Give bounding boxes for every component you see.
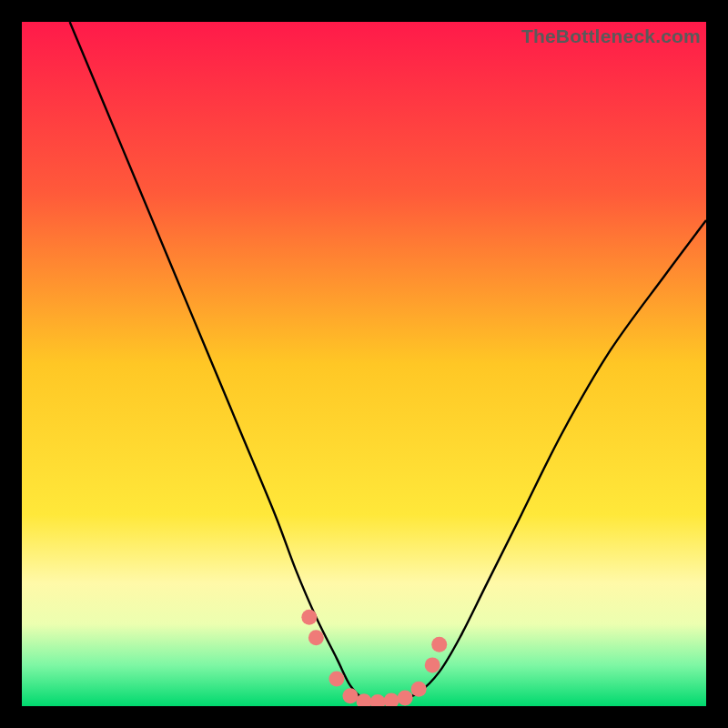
chart-background <box>22 22 706 706</box>
chart-marker <box>301 610 317 625</box>
chart-marker <box>398 690 413 705</box>
chart-marker <box>431 637 447 652</box>
chart-svg <box>22 22 706 706</box>
chart-marker <box>411 682 427 697</box>
chart-marker <box>308 630 324 645</box>
watermark-text: TheBottleneck.com <box>521 25 701 47</box>
chart-plot-area: TheBottleneck.com <box>22 22 706 706</box>
chart-marker <box>329 671 344 686</box>
chart-marker <box>425 657 440 672</box>
chart-marker <box>342 688 358 703</box>
